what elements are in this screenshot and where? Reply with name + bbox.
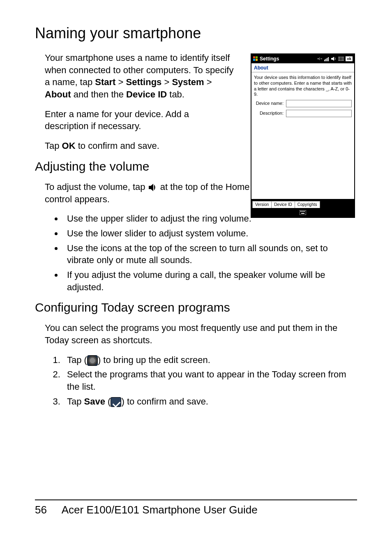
wm-about-header: About xyxy=(251,63,354,72)
speaker-inline-icon xyxy=(148,183,158,192)
svg-rect-6 xyxy=(327,58,327,61)
text: and then the xyxy=(71,89,127,99)
svg-rect-18 xyxy=(301,213,304,214)
page-footer: 56 Acer E100/E101 Smartphone User Guide xyxy=(35,499,357,516)
text: ( xyxy=(105,396,111,407)
signal-icon[interactable] xyxy=(324,56,329,61)
text: ) to bring up the edit screen. xyxy=(98,355,210,365)
wm-tab-bar: Version Device ID Copyrights xyxy=(251,199,354,208)
list-item: Tap () to bring up the edit screen. xyxy=(63,354,357,366)
list-item: Tap Save () to confirm and save. xyxy=(63,395,357,408)
speaker-icon[interactable] xyxy=(331,56,337,61)
bold-system: System xyxy=(172,77,204,87)
text: tab. xyxy=(167,89,184,99)
text: Tap ( xyxy=(67,355,87,365)
bold-device-id: Device ID xyxy=(126,89,167,99)
page-number: 56 xyxy=(35,504,47,516)
tab-device-id[interactable]: Device ID xyxy=(271,201,295,208)
bold-save: Save xyxy=(84,396,105,407)
svg-rect-16 xyxy=(303,211,304,212)
text: Tap xyxy=(67,396,84,407)
list-item: Use the icons at the top of the screen t… xyxy=(63,242,357,266)
footer-title: Acer E100/E101 Smartphone User Guide xyxy=(62,504,258,516)
text: > xyxy=(161,77,172,87)
svg-rect-2 xyxy=(253,59,255,61)
bold-settings: Settings xyxy=(126,77,162,87)
para-enter-name: Enter a name for your device. Add a desc… xyxy=(45,108,234,132)
para-tap-ok: Tap OK to confirm and save. xyxy=(45,140,234,152)
svg-rect-17 xyxy=(304,211,305,212)
embedded-screenshot: Settings ok About Your device uses this … xyxy=(251,53,355,218)
wm-ok-button[interactable]: ok xyxy=(346,56,353,61)
svg-rect-0 xyxy=(253,56,255,58)
svg-rect-4 xyxy=(324,60,325,61)
windows-flag-icon xyxy=(253,56,258,61)
list-item: If you adjust the volume during a call, … xyxy=(63,269,357,293)
svg-rect-7 xyxy=(328,57,329,61)
svg-rect-1 xyxy=(256,56,258,58)
text: > xyxy=(204,77,212,87)
text: ) to confirm and save. xyxy=(121,396,208,407)
tab-version[interactable]: Version xyxy=(252,201,272,208)
text: To adjust the volume, tap xyxy=(45,182,148,192)
gear-icon xyxy=(87,355,98,366)
para-name-intro: Your smartphone uses a name to identify … xyxy=(45,52,234,101)
check-icon xyxy=(111,397,121,407)
svg-rect-15 xyxy=(302,211,302,212)
text: Tap xyxy=(45,141,62,151)
list-item: Use the lower slider to adjust system vo… xyxy=(63,227,357,240)
sip-icon[interactable] xyxy=(300,210,306,215)
wm-title-text: Settings xyxy=(260,56,279,62)
wm-titlebar: Settings ok xyxy=(251,54,354,63)
svg-rect-5 xyxy=(325,59,326,61)
device-name-label: Device name: xyxy=(254,101,284,106)
volume-bullet-list: Use the upper slider to adjust the ring … xyxy=(63,213,357,293)
tab-copyrights[interactable]: Copyrights xyxy=(295,201,320,208)
svg-rect-3 xyxy=(256,59,258,61)
para-today-intro: You can select the programs you most fre… xyxy=(45,322,357,346)
wm-bottom-bar xyxy=(251,208,354,217)
heading-naming-smartphone: Naming your smartphone xyxy=(35,25,357,42)
text: > xyxy=(115,77,126,87)
svg-rect-14 xyxy=(300,211,301,212)
wm-note-text: Your device uses this information to ide… xyxy=(254,75,352,97)
svg-marker-19 xyxy=(149,184,153,191)
heading-today-programs: Configuring Today screen programs xyxy=(35,301,357,314)
bold-ok: OK xyxy=(62,141,76,151)
today-steps-list: Tap () to bring up the edit screen. Sele… xyxy=(63,354,357,408)
list-item: Select the programs that you want to app… xyxy=(63,368,357,393)
bold-start: Start xyxy=(95,77,115,87)
description-input[interactable] xyxy=(286,110,352,117)
device-name-input[interactable] xyxy=(286,100,352,107)
description-label: Description: xyxy=(254,111,284,116)
bold-about: About xyxy=(45,89,71,99)
text: to confirm and save. xyxy=(76,141,159,151)
svg-rect-13 xyxy=(300,210,306,215)
connection-icon[interactable] xyxy=(317,56,323,61)
keyboard-icon[interactable] xyxy=(338,57,344,61)
svg-marker-8 xyxy=(331,57,334,61)
